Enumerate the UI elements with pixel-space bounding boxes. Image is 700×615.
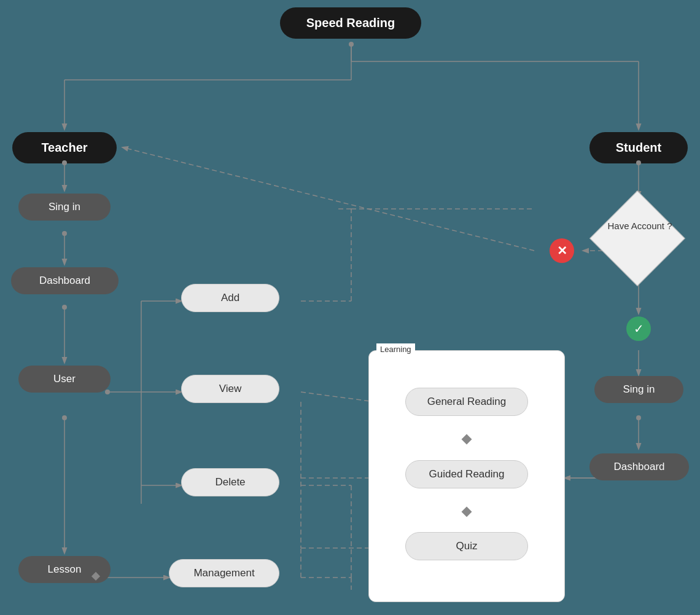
user-bottom-dot — [62, 415, 67, 420]
student-bottom-dot — [636, 160, 641, 165]
delete-node: Delete — [181, 468, 279, 496]
svg-line-31 — [123, 147, 534, 251]
student-dashboard-node: Dashboard — [589, 453, 689, 480]
view-node: View — [181, 375, 279, 403]
learning-box: Learning General Reading Guided Reading … — [368, 350, 565, 602]
add-node: Add — [181, 284, 279, 312]
speed-reading-bottom-dot — [349, 42, 354, 47]
management-node: Management — [169, 559, 279, 587]
teacher-signin-bottom-dot — [62, 231, 67, 236]
diagram-lines — [0, 0, 700, 615]
general-reading-node: General Reading — [405, 388, 528, 416]
teacher-dashboard-node: Dashboard — [11, 267, 119, 294]
learning-label: Learning — [376, 343, 415, 355]
quiz-node: Quiz — [405, 532, 528, 560]
yes-circle: ✓ — [626, 316, 651, 341]
student-signin-node: Sing in — [594, 376, 683, 403]
student-node: Student — [589, 132, 688, 163]
teacher-signin-node: Sing in — [18, 194, 111, 221]
user-node: User — [18, 366, 111, 393]
teacher-node: Teacher — [12, 132, 117, 163]
student-signin-bottom-dot — [636, 415, 641, 420]
have-account-text: Have Account ? — [606, 220, 674, 232]
teacher-bottom-dot — [62, 160, 67, 165]
guided-reading-node: Guided Reading — [405, 460, 528, 488]
user-right-dot — [105, 390, 110, 394]
diagram: Speed Reading Teacher Student Sing in Da… — [0, 0, 700, 615]
x-icon: ✕ — [557, 243, 567, 258]
teacher-dashboard-bottom-dot — [62, 305, 67, 310]
no-circle: ✕ — [550, 238, 574, 263]
check-icon: ✓ — [634, 321, 644, 336]
svg-line-15 — [301, 392, 375, 402]
speed-reading-node: Speed Reading — [280, 7, 421, 39]
